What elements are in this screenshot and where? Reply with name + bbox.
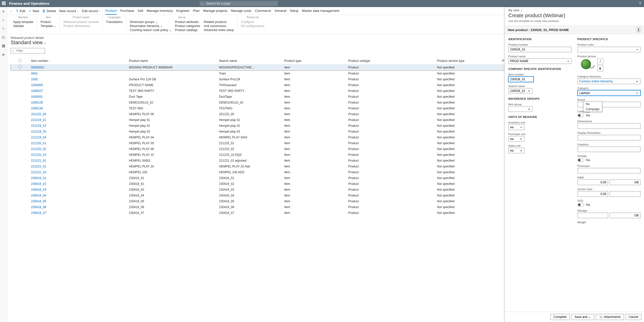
help-icon[interactable]: ? <box>639 2 642 6</box>
app-title: Finance and Operations <box>9 2 49 6</box>
app-launcher-icon[interactable] <box>2 2 6 6</box>
global-search-input[interactable] <box>200 1 278 6</box>
search-icon: ⌕ <box>201 2 203 5</box>
